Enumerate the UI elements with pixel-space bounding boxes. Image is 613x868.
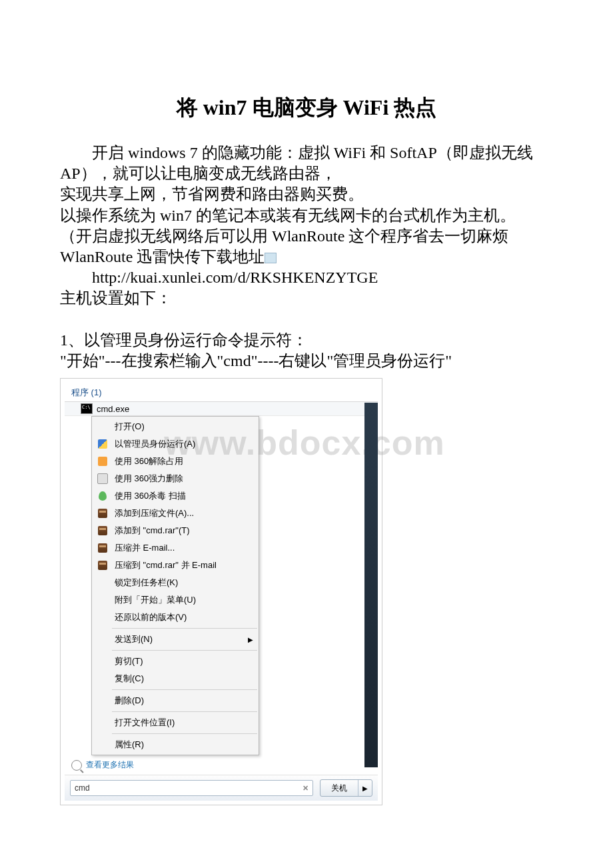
paragraph: "开始"---在搜索栏输入"cmd"----右键以"管理员身份运行" <box>60 351 553 371</box>
menu-item-add-to-cmd-rar[interactable]: 添加到 "cmd.rar"(T) <box>92 522 259 539</box>
menu-item-open[interactable]: 打开(O) <box>92 418 259 435</box>
menu-item-properties[interactable]: 属性(R) <box>92 736 259 753</box>
menu-item-add-to-archive[interactable]: 添加到压缩文件(A)... <box>92 505 259 522</box>
menu-item-open-file-location[interactable]: 打开文件位置(I) <box>92 714 259 731</box>
paragraph: 实现共享上网，节省网费和路由器购买费。 <box>60 184 553 205</box>
submenu-arrow-icon: ▶ <box>248 636 253 643</box>
blank-icon <box>96 577 109 588</box>
blank-icon <box>96 717 109 728</box>
desktop-background-sliver <box>364 403 378 767</box>
clear-search-icon[interactable]: ✕ <box>303 784 308 793</box>
menu-item-copy[interactable]: 复制(C) <box>92 670 259 687</box>
menu-separator <box>112 711 257 712</box>
menu-separator <box>112 689 257 690</box>
blank-icon <box>96 634 109 645</box>
menu-item-compress-email[interactable]: 压缩并 E-mail... <box>92 539 259 557</box>
see-more-results-link[interactable]: 查看更多结果 <box>65 755 378 775</box>
360-antivirus-icon <box>96 491 109 501</box>
menu-separator <box>112 628 257 629</box>
menu-item-pin-taskbar[interactable]: 锁定到任务栏(K) <box>92 574 259 591</box>
cmd-exe-icon <box>81 403 93 414</box>
rar-icon <box>96 508 109 519</box>
search-input-value: cmd <box>75 783 303 793</box>
search-category-header: 程序 (1) <box>65 383 378 402</box>
menu-separator <box>112 733 257 734</box>
start-search-input[interactable]: cmd ✕ <box>70 780 313 796</box>
360-unlock-icon <box>96 456 109 467</box>
image-placeholder-icon <box>265 253 277 263</box>
menu-item-restore-previous[interactable]: 还原以前的版本(V) <box>92 609 259 626</box>
step-heading: 1、以管理员身份运行命令提示符： <box>60 330 553 351</box>
shutdown-button[interactable]: 关机 <box>320 780 358 796</box>
uac-shield-icon <box>96 439 109 449</box>
context-menu: 打开(O) 以管理员身份运行(A) 使用 360解除占用 使用 360强力删除 <box>91 416 259 755</box>
page-title: 将 win7 电脑变身 WiFi 热点 <box>60 93 553 123</box>
paragraph: 开启 windows 7 的隐藏功能：虚拟 WiFi 和 SoftAP（即虚拟无… <box>60 143 553 184</box>
screenshot-figure: www.bdocx.com 程序 (1) cmd.exe 打开(O) 以管理员身… <box>60 378 382 805</box>
start-menu-panel: 程序 (1) cmd.exe 打开(O) 以管理员身份运行(A) <box>65 383 378 801</box>
search-result-label: cmd.exe <box>97 404 129 414</box>
menu-item-compress-cmd-rar-email[interactable]: 压缩到 "cmd.rar" 并 E-mail <box>92 557 259 574</box>
article-body: 开启 windows 7 的隐藏功能：虚拟 WiFi 和 SoftAP（即虚拟无… <box>60 143 553 371</box>
shutdown-split-button[interactable]: 关机 ▶ <box>320 779 372 797</box>
menu-item-delete[interactable]: 删除(D) <box>92 692 259 709</box>
rar-icon <box>96 560 109 571</box>
rar-icon <box>96 525 109 536</box>
menu-item-360-unlock[interactable]: 使用 360解除占用 <box>92 453 259 470</box>
paragraph: 主机设置如下： <box>60 288 553 309</box>
magnifier-icon <box>71 760 82 771</box>
blank-icon <box>96 673 109 684</box>
menu-item-send-to[interactable]: 发送到(N) ▶ <box>92 631 259 648</box>
menu-separator <box>112 650 257 651</box>
paragraph: （开启虚拟无线网络后可以用 WlanRoute 这个程序省去一切麻烦 WlanR… <box>60 226 553 267</box>
menu-item-cut[interactable]: 剪切(T) <box>92 653 259 670</box>
blank-icon <box>96 739 109 750</box>
shutdown-options-dropdown[interactable]: ▶ <box>358 780 372 796</box>
rar-icon <box>96 543 109 553</box>
blank-icon <box>96 612 109 623</box>
menu-item-360-force-delete[interactable]: 使用 360强力删除 <box>92 470 259 487</box>
360-delete-icon <box>96 473 109 484</box>
menu-item-pin-start[interactable]: 附到「开始」菜单(U) <box>92 591 259 609</box>
blank-icon <box>96 595 109 605</box>
menu-item-360-scan[interactable]: 使用 360杀毒 扫描 <box>92 487 259 505</box>
start-menu-bottom-bar: cmd ✕ 关机 ▶ <box>65 775 378 801</box>
blank-icon <box>96 421 109 432</box>
paragraph: 以操作系统为 win7 的笔记本或装有无线网卡的台式机作为主机。 <box>60 205 553 226</box>
search-result-cmd[interactable]: cmd.exe <box>65 402 378 416</box>
menu-item-run-as-admin[interactable]: 以管理员身份运行(A) <box>92 435 259 453</box>
blank-icon <box>96 656 109 667</box>
download-link[interactable]: http://kuai.xunlei.com/d/RKSHKENZYTGE <box>60 267 553 288</box>
blank-icon <box>96 695 109 706</box>
